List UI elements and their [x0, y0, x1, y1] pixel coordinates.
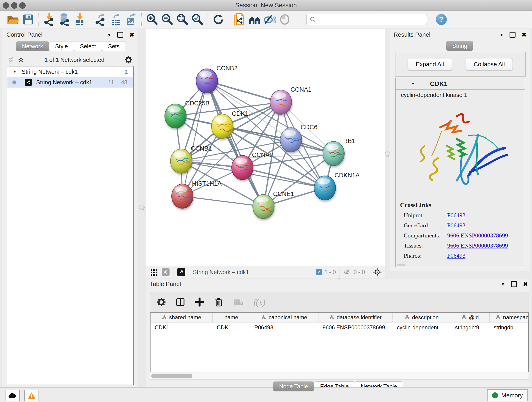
network-edge-CCNB2-CCNE1[interactable] — [207, 81, 264, 206]
search-input[interactable] — [316, 16, 416, 23]
export-table-button[interactable] — [108, 12, 123, 27]
panel-close-icon[interactable]: ✖ — [129, 32, 134, 38]
network-node-CCNB1[interactable] — [171, 149, 192, 173]
warnings-button[interactable] — [24, 390, 39, 401]
cloud-status-button[interactable] — [5, 390, 20, 401]
node-label-HIST1H1A: HIST1H1A — [192, 180, 222, 187]
network-node-CDK1[interactable] — [211, 114, 233, 138]
crosslink-link[interactable]: P06493 — [447, 212, 465, 219]
network-canvas[interactable]: CCNB2CCNA1CDC25BCDK1CDC6RB1CCNB1CCNA2CDK… — [146, 29, 385, 266]
column-header--id[interactable]: @id — [451, 313, 490, 322]
zoom-out-button[interactable] — [159, 12, 175, 27]
memory-button[interactable]: Memory — [487, 389, 528, 401]
open-session-button[interactable] — [6, 12, 21, 27]
tab-node-table[interactable]: Node Table — [273, 381, 314, 391]
show-columns-icon[interactable] — [176, 297, 185, 307]
home-networks-button[interactable] — [247, 12, 262, 27]
network-node-CCNA1[interactable] — [270, 90, 292, 114]
string-import-button[interactable] — [232, 12, 247, 27]
export-image-button[interactable] — [123, 12, 138, 27]
table-cell[interactable]: 9606.ENSP00000378699 — [318, 322, 393, 332]
column-header-database-identifier[interactable]: database identifier — [318, 313, 393, 322]
panel-close-icon[interactable]: ✖ — [521, 32, 526, 38]
panel-menu-icon[interactable]: ▼ — [107, 32, 111, 37]
zoom-fit-button[interactable] — [175, 12, 190, 27]
table-settings-gear-icon[interactable] — [157, 298, 166, 307]
show-glass-button[interactable] — [277, 12, 292, 27]
gear-icon[interactable] — [125, 56, 133, 64]
tab-sets[interactable]: Sets — [102, 41, 126, 51]
save-session-button[interactable] — [21, 12, 36, 27]
network-node-CDC25B[interactable] — [165, 104, 186, 128]
apply-layout-button[interactable] — [211, 12, 226, 27]
entry-expander-icon[interactable]: ▼ — [411, 82, 415, 86]
table-cell[interactable]: CDK1 — [213, 322, 250, 332]
network-node-HIST1H1A[interactable] — [172, 184, 193, 208]
crosslink-link[interactable]: P06493 — [447, 222, 465, 229]
grid-view-icon[interactable] — [150, 268, 158, 276]
network-node-CCNE1[interactable] — [253, 194, 274, 219]
table-cell[interactable]: stringdb:9... — [451, 322, 490, 332]
vertical-splitter-handle[interactable] — [139, 205, 145, 211]
panel-float-icon[interactable] — [117, 32, 123, 38]
network-node-CCNB2[interactable] — [196, 69, 218, 93]
collapse-all-icon[interactable] — [7, 56, 14, 63]
network-node-CDC6[interactable] — [280, 128, 302, 152]
zoom-in-button[interactable] — [144, 12, 159, 27]
network-graph[interactable]: CCNB2CCNA1CDC25BCDK1CDC6RB1CCNB1CCNA2CDK… — [146, 29, 385, 266]
delete-table-icon[interactable] — [233, 298, 244, 307]
network-node-RB1[interactable] — [323, 141, 344, 166]
function-builder-icon[interactable]: f(x) — [253, 297, 266, 307]
network-edge-CCNB2-HIST1H1A[interactable] — [182, 81, 207, 196]
table-hscrollbar[interactable] — [150, 372, 529, 380]
expand-all-icon[interactable] — [17, 56, 24, 63]
panel-menu-icon[interactable]: ▼ — [499, 32, 504, 37]
network-edge-HIST1H1A-CCNE1[interactable] — [182, 196, 264, 206]
panel-float-icon[interactable] — [510, 32, 515, 38]
network-node-CDKN1A[interactable] — [314, 176, 336, 200]
network-view-icon[interactable] — [162, 268, 170, 276]
crosslink-link[interactable]: 9606.ENSP00000378699 — [447, 232, 508, 239]
birdseye-view-icon[interactable] — [177, 268, 185, 276]
network-node-CCNA2[interactable] — [232, 155, 253, 180]
table-cell[interactable]: P06493 — [250, 322, 318, 332]
tab-style[interactable]: Style — [49, 41, 74, 51]
selected-checkbox-icon[interactable]: ✓ — [316, 269, 322, 275]
table-cell[interactable]: CDK1 — [151, 322, 213, 332]
help-button[interactable]: ? — [436, 14, 447, 25]
panel-float-icon[interactable] — [511, 281, 517, 287]
collapse-all-button[interactable]: Collapse All — [466, 58, 513, 70]
tab-select[interactable]: Select — [74, 41, 102, 51]
crosslink-link[interactable]: 9606.ENSP00000378699 — [447, 242, 508, 249]
export-network-button[interactable] — [93, 12, 108, 27]
zoom-selected-button[interactable] — [190, 12, 205, 27]
table-cell[interactable]: cyclin-dependent ... — [393, 322, 451, 332]
column-header-name[interactable]: name — [213, 313, 250, 322]
fit-selected-crosshair-icon[interactable] — [373, 268, 382, 277]
results-hscrollbar-thumb[interactable] — [397, 264, 405, 266]
create-column-plus-icon[interactable] — [195, 297, 204, 307]
results-panel: Results Panel ▼ ✖ String Expand All Coll… — [389, 29, 530, 271]
panel-close-icon[interactable]: ✖ — [523, 281, 528, 287]
import-network-file-button[interactable] — [42, 12, 57, 27]
panel-menu-icon[interactable]: ▼ — [500, 282, 505, 286]
table-cell[interactable]: stringdb — [490, 322, 529, 332]
column-header-namespace[interactable]: namespace — [490, 313, 529, 322]
import-table-button[interactable] — [72, 12, 87, 27]
hidden-count-badge: 0 - 0 — [354, 269, 365, 275]
delete-column-trash-icon[interactable] — [214, 297, 224, 307]
expand-all-button[interactable]: Expand All — [408, 58, 452, 70]
network-row[interactable]: String Network – cdk1 11 48 — [7, 77, 133, 88]
column-header-description[interactable]: description — [393, 313, 451, 322]
tab-network[interactable]: Network — [16, 41, 49, 51]
column-header-canonical-name[interactable]: canonical name — [250, 313, 318, 322]
import-network-database-button[interactable] — [57, 12, 72, 27]
collection-expander-icon[interactable]: ▼ — [13, 70, 17, 74]
table-hscrollbar-thumb[interactable] — [151, 374, 192, 378]
table-row[interactable]: CDK1CDK1P064939606.ENSP00000378699cyclin… — [151, 322, 528, 332]
network-collection-row[interactable]: ▼ String Network – cdk1 1 — [7, 66, 133, 77]
hide-glass-button[interactable] — [262, 12, 277, 27]
tab-string[interactable]: String — [446, 41, 473, 51]
crosslink-link[interactable]: P06493 — [447, 252, 465, 259]
column-header-shared-name[interactable]: shared name — [151, 313, 213, 322]
